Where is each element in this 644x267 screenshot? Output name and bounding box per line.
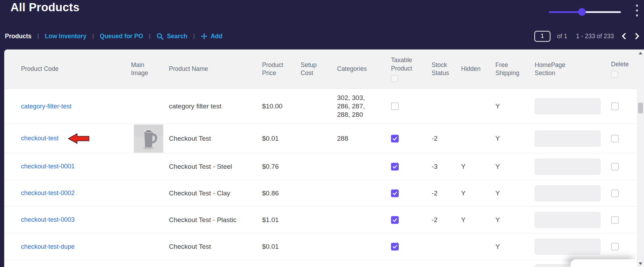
stock-status: -2: [429, 135, 460, 142]
delete-checkbox[interactable]: [611, 189, 619, 197]
product-image[interactable]: [134, 125, 163, 153]
categories-cell: 288: [337, 134, 390, 143]
column-header-product-code: Product Code: [4, 65, 131, 73]
product-code-link[interactable]: checkout-test-0003: [21, 216, 75, 223]
tab-queued-for-po-label: Queued for PO: [100, 33, 143, 40]
product-code-link[interactable]: checkout-test-dupe: [21, 243, 75, 251]
product-price: $0.01: [262, 243, 301, 251]
product-price: $0.76: [262, 163, 301, 171]
taxable-cell: [390, 189, 429, 197]
product-code-link[interactable]: checkout-test-0001: [21, 163, 75, 170]
free-shipping-flag: Y: [493, 102, 535, 110]
page-of-label: of 1: [557, 33, 567, 40]
tab-low-inventory[interactable]: Low Inventory: [45, 33, 87, 40]
table-row: checkout-test-0001Checkout Test - Steel$…: [4, 153, 637, 180]
page-title: All Products: [11, 1, 80, 14]
table-header-row: Product Code Main Image Product Name Pro…: [4, 49, 637, 89]
product-code-cell: checkout-test-0002: [4, 189, 131, 197]
table-row-partial: [4, 260, 637, 267]
homepage-section-input[interactable]: [535, 185, 601, 201]
tab-add[interactable]: Add: [201, 33, 222, 40]
slider-fill: [549, 11, 582, 13]
tab-separator: |: [193, 33, 195, 39]
scrollbar-thumb[interactable]: [638, 103, 643, 113]
page-number-input[interactable]: [534, 31, 550, 42]
scroll-up-icon[interactable]: [637, 50, 644, 56]
product-code-link[interactable]: category-filter-test: [21, 103, 71, 110]
product-price: $10.00: [262, 102, 301, 110]
taxable-checkbox[interactable]: [391, 135, 399, 142]
delete-checkbox[interactable]: [611, 243, 619, 251]
delete-checkbox[interactable]: [611, 135, 619, 142]
taxable-checkbox[interactable]: [391, 216, 399, 224]
taxable-cell: [390, 243, 429, 251]
delete-checkbox[interactable]: [611, 102, 619, 110]
chevron-left-icon[interactable]: [621, 32, 627, 40]
plus-icon: [201, 33, 207, 40]
product-code-cell: checkout-test-0003: [4, 216, 131, 223]
taxable-select-all-checkbox[interactable]: [391, 75, 398, 82]
product-code-link[interactable]: checkout-test-0002: [21, 189, 75, 197]
table-row: category-filter-testcategory filter test…: [4, 89, 637, 124]
delete-cell: [611, 102, 637, 110]
delete-checkbox[interactable]: [611, 216, 619, 224]
homepage-section-input[interactable]: [535, 239, 601, 255]
tab-add-label: Add: [211, 33, 222, 40]
product-code-link[interactable]: checkout-test: [21, 135, 59, 142]
scroll-down-icon[interactable]: [637, 260, 644, 267]
tab-search[interactable]: Search: [156, 33, 187, 40]
product-name: Checkout Test - Clay: [169, 189, 262, 197]
column-header-main-image: Main Image: [131, 61, 169, 77]
zoom-slider[interactable]: [549, 8, 621, 16]
homepage-section-input[interactable]: [535, 98, 601, 114]
table-row: checkout-test-0003Checkout Test - Plasti…: [4, 206, 637, 233]
free-shipping-flag: Y: [493, 243, 535, 251]
taxable-cell: [390, 163, 429, 171]
pagination-range-label: 1 - 233 of 233: [576, 33, 614, 40]
taxable-checkbox[interactable]: [391, 189, 399, 197]
taxable-checkbox[interactable]: [391, 102, 399, 110]
homepage-section-cell: [535, 239, 611, 255]
tab-separator: |: [93, 33, 94, 39]
product-code-cell: category-filter-test: [4, 103, 131, 110]
kebab-menu-icon[interactable]: [635, 3, 639, 18]
delete-checkbox[interactable]: [611, 163, 619, 171]
homepage-section-input[interactable]: [535, 159, 601, 175]
stock-status: -3: [429, 163, 460, 171]
column-header-product-name: Product Name: [169, 65, 262, 73]
vertical-scrollbar[interactable]: [637, 49, 644, 267]
taxable-checkbox[interactable]: [391, 243, 399, 251]
table-body: category-filter-testcategory filter test…: [4, 89, 637, 260]
delete-cell: [611, 189, 637, 197]
slider-thumb[interactable]: [578, 8, 586, 16]
column-header-taxable-product: Taxable Product: [390, 56, 429, 82]
taxable-cell: [390, 102, 429, 110]
homepage-section-cell: [535, 159, 611, 175]
tab-separator: |: [149, 33, 150, 39]
homepage-section-input[interactable]: [535, 212, 601, 228]
column-header-free-shipping: Free Shipping: [493, 61, 535, 77]
homepage-section-input[interactable]: [535, 131, 601, 147]
column-header-categories: Categories: [337, 65, 390, 73]
tab-products[interactable]: Products: [5, 33, 32, 40]
delete-select-all-checkbox[interactable]: [611, 71, 618, 78]
column-header-setup-cost: Setup Cost: [301, 61, 337, 77]
toolbar: Products | Low Inventory | Queued for PO…: [5, 29, 640, 43]
tab-queued-for-po[interactable]: Queued for PO: [100, 33, 143, 40]
hidden-flag: Y: [460, 189, 493, 197]
tab-search-label: Search: [167, 33, 187, 40]
table-row: checkout-testCheckout Test$0.01288-2Y: [4, 124, 637, 153]
tab-bar: Products | Low Inventory | Queued for PO…: [5, 33, 222, 40]
column-header-hidden: Hidden: [460, 65, 493, 73]
search-icon: [156, 33, 164, 40]
product-code-cell: checkout-test-dupe: [4, 243, 131, 251]
pagination: of 1 1 - 233 of 233: [534, 31, 640, 42]
tab-low-inventory-label: Low Inventory: [45, 33, 87, 40]
stock-status: -2: [429, 216, 460, 224]
hidden-flag: Y: [460, 163, 493, 171]
column-header-product-price: Product Price: [262, 61, 301, 77]
product-code-cell: checkout-test-0001: [4, 163, 131, 170]
chevron-right-icon[interactable]: [634, 32, 640, 40]
taxable-checkbox[interactable]: [391, 163, 399, 171]
homepage-section-cell: [535, 185, 611, 201]
